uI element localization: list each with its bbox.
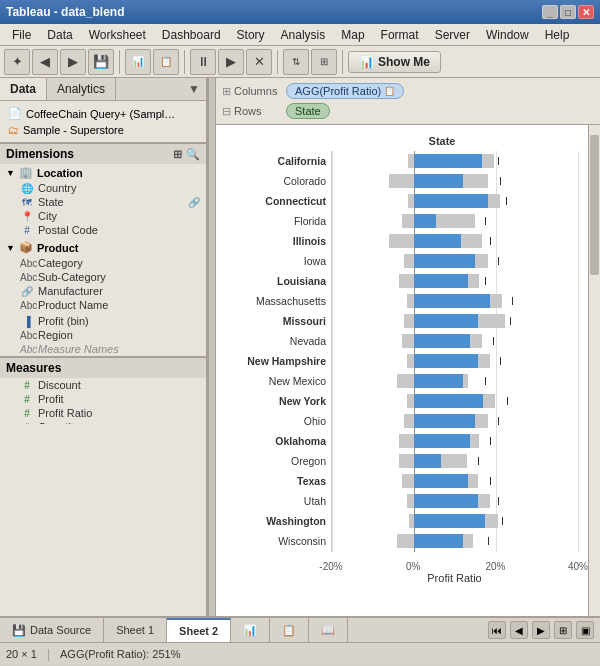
nav-next[interactable]: ▶ [532, 621, 550, 639]
datasource-coffeechain[interactable]: 📄 CoffeeChain Query+ (Sample ... [4, 105, 202, 122]
tab-new-sheet[interactable]: 📊 [231, 618, 270, 642]
hash-icon-2: # [20, 394, 34, 405]
menu-help[interactable]: Help [537, 26, 578, 44]
separator-4 [342, 50, 343, 74]
y-label-19: Wisconsin [226, 531, 331, 551]
minimize-button[interactable]: _ [542, 5, 558, 19]
bar-row-9 [332, 331, 578, 351]
location-group-header[interactable]: ▼ 🏢 Location [0, 164, 206, 181]
sheet2-tab-label: Sheet 2 [179, 625, 218, 637]
link-icon: 🔗 [188, 197, 200, 208]
y-label-6: Louisiana [226, 271, 331, 291]
toolbar-pause[interactable]: ⏸ [190, 49, 216, 75]
measure-discount-label: Discount [38, 379, 81, 391]
nav-present[interactable]: ▣ [576, 621, 594, 639]
field-measurenames-label: Measure Names [38, 343, 119, 355]
toolbar-forward[interactable]: ▶ [60, 49, 86, 75]
columns-pill[interactable]: AGG(Profit Ratio) 📋 [286, 83, 404, 99]
toolbar-group[interactable]: ⊞ [311, 49, 337, 75]
y-label-13: Ohio [226, 411, 331, 431]
measure-quantity[interactable]: # Quantity [0, 420, 206, 424]
toolbar-back[interactable]: ◀ [32, 49, 58, 75]
nav-grid[interactable]: ⊞ [554, 621, 572, 639]
field-manufacturer[interactable]: 🔗 Manufacturer [0, 284, 206, 298]
panel-tab-arrow[interactable]: ▼ [182, 78, 206, 100]
chart-scrollbar[interactable] [588, 125, 600, 616]
menu-server[interactable]: Server [427, 26, 478, 44]
toolbar-new-sheet[interactable]: 📋 [153, 49, 179, 75]
scrollbar-thumb[interactable] [590, 135, 599, 275]
menu-story[interactable]: Story [229, 26, 273, 44]
datasource-tab-icon: 💾 [12, 624, 26, 637]
menu-analysis[interactable]: Analysis [273, 26, 334, 44]
nav-first[interactable]: ⏮ [488, 621, 506, 639]
field-subcategory[interactable]: Abc Sub-Category [0, 270, 206, 284]
grid-icon[interactable]: ⊞ [173, 148, 182, 161]
field-category[interactable]: Abc Category [0, 256, 206, 270]
menu-map[interactable]: Map [333, 26, 372, 44]
menu-worksheet[interactable]: Worksheet [81, 26, 154, 44]
field-productname[interactable]: Abc Product Name [0, 298, 206, 312]
whisker-2 [506, 197, 507, 205]
tab-datasource[interactable]: 💾 Data Source [0, 618, 104, 642]
search-icon[interactable]: 🔍 [186, 148, 200, 161]
rows-pill[interactable]: State [286, 103, 330, 119]
measure-profitratio[interactable]: # Profit Ratio [0, 406, 206, 420]
show-me-button[interactable]: 📊 Show Me [348, 51, 441, 73]
menu-window[interactable]: Window [478, 26, 537, 44]
menu-dashboard[interactable]: Dashboard [154, 26, 229, 44]
resize-handle[interactable] [208, 78, 216, 616]
y-label-2: Connecticut [226, 191, 331, 211]
columns-pill-text: AGG(Profit Ratio) [295, 85, 381, 97]
y-label-0: California [226, 151, 331, 171]
toolbar-sort[interactable]: ⇅ [283, 49, 309, 75]
y-label-3: Florida [226, 211, 331, 231]
tab-new-dashboard[interactable]: 📋 [270, 618, 309, 642]
chart-plot [331, 151, 578, 552]
toolbar-datasource[interactable]: 📊 [125, 49, 151, 75]
measures-header: Measures [0, 357, 206, 378]
menu-data[interactable]: Data [39, 26, 80, 44]
close-button[interactable]: ✕ [578, 5, 594, 19]
menu-file[interactable]: File [4, 26, 39, 44]
y-label-12: New York [226, 391, 331, 411]
product-group-header[interactable]: ▼ 📦 Product [0, 239, 206, 256]
measure-discount[interactable]: # Discount [0, 378, 206, 392]
toolbar-run[interactable]: ▶ [218, 49, 244, 75]
whisker-4 [490, 237, 491, 245]
bar-blue-5 [414, 254, 476, 268]
field-country[interactable]: 🌐 Country [0, 181, 206, 195]
bar-row-12 [332, 391, 578, 411]
measure-profit[interactable]: # Profit [0, 392, 206, 406]
tab-data[interactable]: Data [0, 78, 47, 100]
datasource-icon: 📄 [8, 107, 22, 120]
field-city[interactable]: 📍 City [0, 209, 206, 223]
product-label: Product [37, 242, 79, 254]
tab-analytics[interactable]: Analytics [47, 78, 116, 100]
bar-row-8 [332, 311, 578, 331]
toolbar-new[interactable]: ✦ [4, 49, 30, 75]
datasource-superstore[interactable]: 🗂 Sample - Superstore [4, 122, 202, 138]
tab-new-story[interactable]: 📖 [309, 618, 348, 642]
data-sources: 📄 CoffeeChain Query+ (Sample ... 🗂 Sampl… [0, 101, 206, 143]
bar-blue-12 [414, 394, 483, 408]
toolbar-clear[interactable]: ✕ [246, 49, 272, 75]
field-measurenames[interactable]: Abc Measure Names [0, 342, 206, 356]
abc-icon: Abc [20, 258, 34, 269]
tab-sheet2[interactable]: Sheet 2 [167, 618, 231, 642]
x-axis: -20% 0% 20% 40% [331, 552, 578, 572]
tab-sheet1[interactable]: Sheet 1 [104, 618, 167, 642]
toolbar-save[interactable]: 💾 [88, 49, 114, 75]
menu-format[interactable]: Format [373, 26, 427, 44]
collapse-icon: ▼ [6, 168, 15, 178]
field-region[interactable]: Abc Region [0, 328, 206, 342]
bar-row-18 [332, 511, 578, 531]
nav-prev[interactable]: ◀ [510, 621, 528, 639]
field-state[interactable]: 🗺 State 🔗 [0, 195, 206, 209]
measure-quantity-label: Quantity [38, 421, 79, 424]
field-postal[interactable]: # Postal Code [0, 223, 206, 237]
chart-header: State [306, 135, 578, 147]
field-profitbin[interactable]: ▐ Profit (bin) [0, 314, 206, 328]
maximize-button[interactable]: □ [560, 5, 576, 19]
y-label-7: Massachusetts [226, 291, 331, 311]
